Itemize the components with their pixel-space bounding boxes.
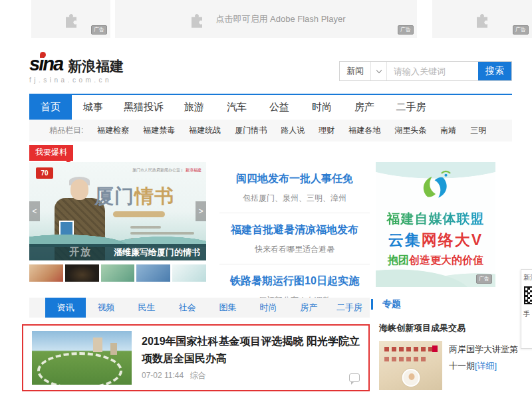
slide-title: 厦门情书: [94, 183, 174, 210]
featured-article-card[interactable]: 2019年国家社科基金项目评选揭晓 阳光学院立项数居全国民办高 07-02 11…: [22, 324, 370, 391]
ad-banner-right[interactable]: 广告: [432, 0, 532, 38]
nav-item-house[interactable]: 房产: [343, 95, 386, 120]
tab-gallery[interactable]: 图集: [207, 298, 248, 318]
site-name: 新浪福建: [68, 58, 124, 74]
subnav-item-jiancha[interactable]: 福建检察: [97, 125, 129, 136]
headline-subtitle: 快来看看哪里适合避暑: [219, 244, 370, 255]
puzzle-icon: [61, 9, 82, 30]
subnav-item-sanming[interactable]: 三明: [470, 125, 486, 136]
carousel-thumbnail-4[interactable]: [136, 264, 170, 282]
search-input[interactable]: [386, 62, 478, 80]
page: 广告 点击即可启用 Adobe Flash Player 广告 广告 sina …: [0, 0, 532, 394]
tab-house[interactable]: 房产: [289, 298, 329, 318]
tab-video[interactable]: 视频: [86, 298, 126, 318]
tab-livelihood[interactable]: 民生: [126, 298, 167, 318]
sub-nav: 精品栏目: 福建检察 福建禁毒 福建统战 厦门情书 路人说 理财 福建各地 湖里…: [29, 120, 512, 142]
site-logo[interactable]: sina 新浪福建 fj.sina.com.cn: [29, 54, 124, 84]
article-title-link[interactable]: 2019年国家社科基金项目评选揭晓 阳光学院立项数居全国民办高: [142, 333, 369, 367]
qr-code: [524, 286, 532, 304]
float-widget-top-text: 新浪: [523, 273, 532, 282]
ad-banner-center-flash[interactable]: 点击即可启用 Adobe Flash Player 广告: [115, 0, 417, 38]
slide-ribbon-decoration: [113, 211, 165, 217]
topic-item: 两岸国学大讲堂第十一期[详细]: [379, 341, 525, 390]
campus-building-illustration: [93, 338, 102, 352]
subnav-item-jindu[interactable]: 福建禁毒: [143, 125, 175, 136]
subnav-item-tongzhan[interactable]: 福建统战: [189, 125, 221, 136]
calligraphy-decoration: [384, 347, 432, 351]
side-ad-line1: 福建自媒体联盟: [376, 210, 495, 228]
carousel-prev-button[interactable]: <: [29, 201, 40, 221]
site-domain: fj.sina.com.cn: [29, 76, 124, 84]
headline-list: 闽四地发布一批人事任免 包括厦门、泉州、三明、漳州 福建首批避暑清凉福地发布 快…: [219, 162, 370, 315]
nav-item-fashion[interactable]: 时尚: [301, 95, 343, 120]
sina-wordmark: sina: [29, 54, 63, 74]
tab-fashion[interactable]: 时尚: [248, 298, 289, 318]
topic-thumbnail[interactable]: [379, 341, 442, 390]
nav-item-auto[interactable]: 汽车: [215, 95, 258, 120]
carousel-thumbnail-1[interactable]: [29, 264, 63, 282]
nav-item-city[interactable]: 城事: [72, 95, 114, 120]
carousel-thumbnail-3[interactable]: [101, 264, 135, 282]
tab-resale-house[interactable]: 二手房: [329, 298, 370, 318]
nav-item-charity[interactable]: 公益: [258, 95, 301, 120]
search-button[interactable]: 搜索: [478, 62, 511, 80]
nav-item-heimao[interactable]: 黑猫投诉: [114, 95, 173, 120]
anniversary-70-badge: 70: [36, 167, 53, 179]
search-bar: 新闻 搜索: [339, 61, 512, 81]
headline-link[interactable]: 铁路暑期运行图10日起实施: [219, 274, 370, 288]
tab-news[interactable]: 资讯: [45, 298, 86, 318]
nav-item-home[interactable]: 首页: [29, 95, 72, 120]
float-widget-bottom-text: 手: [523, 310, 532, 319]
carousel-next-button[interactable]: >: [196, 201, 206, 221]
side-ad-media-alliance[interactable]: 福建自媒体联盟 云集网络大V 抱团创造更大的价值 广告: [376, 162, 495, 287]
main-nav: 首页 城事 黑猫投诉 旅游 汽车 公益 时尚 房产 二手房: [29, 94, 512, 120]
report-news-button[interactable]: 我要爆料: [29, 145, 73, 161]
subnav-item-huli[interactable]: 湖里头条: [394, 125, 426, 136]
subnav-label: 精品栏目:: [49, 125, 83, 136]
subnav-item-nanjing[interactable]: 南靖: [440, 125, 456, 136]
carousel-caption[interactable]: 潘维廉写给厦门的情书: [114, 246, 200, 258]
subnav-item-qingshu[interactable]: 厦门情书: [235, 125, 267, 136]
search-category-value: 新闻: [346, 65, 364, 77]
topic-text-link[interactable]: 两岸国学大讲堂第十一期[详细]: [449, 341, 525, 390]
topics-story-link[interactable]: 海峡创新项目成果交易: [379, 322, 525, 334]
slide-open-word: 开放: [69, 246, 92, 258]
ad-label-badge: 广告: [398, 25, 414, 35]
headline-link[interactable]: 福建首批避暑清凉福地发布: [219, 223, 370, 237]
tab-society[interactable]: 社会: [167, 298, 207, 318]
article-thumbnail[interactable]: [32, 331, 132, 385]
carousel-thumbnail-5[interactable]: [172, 264, 206, 282]
carousel[interactable]: 70 厦门市人民政府新闻办公室 | 新浪福建 厦门情书 开放 潘维廉写给厦门的情…: [29, 162, 206, 260]
carousel-thumbnail-2[interactable]: [65, 264, 99, 282]
media-alliance-logo-icon: [412, 167, 460, 209]
seal-decoration: [432, 345, 438, 352]
headline-item: 福建首批避暑清凉福地发布 快来看看哪里适合避暑: [219, 213, 370, 264]
carousel-caption-bar: 开放 潘维廉写给厦门的情书: [29, 244, 206, 260]
article-time: 07-02 11:44: [142, 371, 184, 380]
calligraphy-decoration: [384, 357, 427, 361]
subnav-item-lurenshuo[interactable]: 路人说: [281, 125, 305, 136]
nav-item-resale-house[interactable]: 二手房: [386, 95, 436, 120]
topics-section: 专题 海峡创新项目成果交易 两岸国学大讲堂第十一期[详细]: [371, 298, 525, 390]
section-accent-bar: [371, 299, 373, 310]
stone-circle-illustration: [37, 352, 122, 385]
subnav-item-gedi[interactable]: 福建各地: [348, 125, 380, 136]
side-ad-line3: 抱团创造更大的价值: [376, 254, 495, 268]
comment-icon[interactable]: [349, 373, 360, 382]
slide-text-decoration: [130, 226, 161, 229]
ad-banner-left[interactable]: 广告: [31, 0, 110, 38]
subnav-item-licai[interactable]: 理财: [319, 125, 334, 136]
speaker-avatar: [402, 369, 420, 387]
article-source: 综合: [190, 371, 206, 380]
flash-enable-text: 点击即可启用 Adobe Flash Player: [215, 13, 345, 25]
headline-subtitle: 包括厦门、泉州、三明、漳州: [219, 193, 370, 204]
search-category-select[interactable]: 新闻: [340, 62, 370, 80]
sina-eye-icon: [40, 52, 46, 58]
floating-qr-widget[interactable]: 新浪 手: [521, 269, 532, 349]
headline-item: 闽四地发布一批人事任免 包括厦门、泉州、三明、漳州: [219, 162, 370, 213]
detail-link[interactable]: [详细]: [475, 361, 497, 371]
chevron-down-icon[interactable]: [370, 62, 386, 80]
headline-link[interactable]: 闽四地发布一批人事任免: [219, 172, 370, 186]
nav-item-travel[interactable]: 旅游: [173, 95, 215, 120]
topics-header: 专题: [371, 298, 525, 311]
